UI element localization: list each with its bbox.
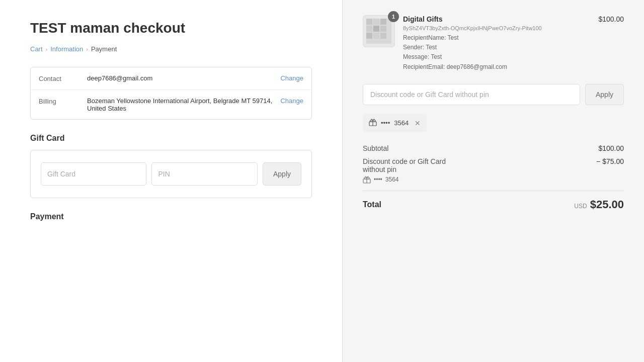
- contact-row: Contact deep7686@gmail.com Change: [31, 67, 311, 90]
- product-name: Digital Gifts: [403, 15, 590, 23]
- product-price: $100.00: [598, 15, 624, 23]
- discount-main-label: Discount code or Gift Card: [363, 157, 446, 165]
- discount-total-row: Discount code or Gift Card without pin •…: [363, 157, 624, 184]
- contact-value: deep7686@gmail.com: [87, 74, 272, 82]
- pin-input[interactable]: [151, 162, 257, 186]
- subtotal-label: Subtotal: [363, 144, 598, 152]
- svg-rect-4: [366, 26, 372, 32]
- product-badge: 1: [388, 11, 399, 22]
- billing-label: Billing: [39, 97, 79, 105]
- gift-card-inputs: Apply: [41, 162, 301, 186]
- product-message: Message: Test: [403, 52, 590, 62]
- gift-card-input[interactable]: [41, 162, 146, 186]
- left-panel: TEST maman checkout Cart › Information ›…: [0, 0, 342, 362]
- contact-label: Contact: [39, 74, 79, 82]
- svg-rect-2: [373, 19, 379, 25]
- svg-rect-5: [373, 26, 379, 32]
- svg-rect-1: [366, 19, 372, 25]
- breadcrumb: Cart › Information › Payment: [30, 45, 312, 53]
- payment-section-title: Payment: [30, 212, 312, 221]
- discount-tag-last4: 3564: [385, 176, 399, 183]
- discount-apply-button[interactable]: Apply: [585, 84, 624, 105]
- product-sku: 8yShZ4VT3byZxth-OQmcKpjxIHNjPweO7voZry-P…: [403, 25, 590, 31]
- svg-rect-7: [366, 33, 372, 39]
- subtotal-row: Subtotal $100.00: [363, 144, 624, 152]
- product-sender: Sender: Test: [403, 43, 590, 52]
- totals: Subtotal $100.00 Discount code or Gift C…: [363, 144, 624, 211]
- billing-change[interactable]: Change: [280, 97, 303, 105]
- page-title: TEST maman checkout: [30, 20, 312, 36]
- gift-card-box: Apply: [30, 150, 312, 198]
- discount-tag-small: •••• 3564: [363, 175, 596, 184]
- discount-input[interactable]: [363, 84, 580, 105]
- billing-value: Bozeman Yellowstone International Airpor…: [87, 97, 272, 112]
- remove-applied-tag-button[interactable]: ✕: [415, 120, 421, 127]
- grand-total-row: Total USD $25.00: [363, 191, 624, 211]
- subtotal-value: $100.00: [598, 144, 624, 152]
- contact-change[interactable]: Change: [280, 74, 303, 82]
- info-card: Contact deep7686@gmail.com Change Billin…: [30, 67, 312, 120]
- grand-total-label: Total: [363, 200, 381, 209]
- breadcrumb-sep-1: ›: [46, 46, 48, 52]
- applied-tag-dots: ••••: [381, 119, 390, 127]
- svg-rect-6: [380, 26, 386, 32]
- billing-row: Billing Bozeman Yellowstone Internationa…: [31, 90, 311, 119]
- breadcrumb-information[interactable]: Information: [50, 45, 83, 53]
- svg-rect-8: [373, 33, 379, 39]
- product-img-wrapper: 1: [363, 15, 395, 47]
- applied-gift-tag: •••• 3564 ✕: [363, 114, 427, 132]
- product-info: Digital Gifts 8yShZ4VT3byZxth-OQmcKpjxIH…: [403, 15, 590, 72]
- breadcrumb-payment: Payment: [91, 45, 117, 53]
- applied-tag-last4: 3564: [394, 119, 409, 127]
- svg-rect-3: [380, 19, 386, 25]
- product-recipient-email: RecipientEmail: deep7686@gmail.com: [403, 62, 590, 72]
- breadcrumb-sep-2: ›: [86, 46, 88, 52]
- product-item: 1 Digital Gifts 8yShZ4VT3byZxth-OQmcKpjx…: [363, 15, 624, 72]
- grand-total-value: USD $25.00: [574, 198, 624, 211]
- right-panel: 1 Digital Gifts 8yShZ4VT3byZxth-OQmcKpjx…: [342, 0, 644, 362]
- gift-tag-icon: [369, 118, 377, 128]
- grand-total-currency: USD: [574, 203, 587, 210]
- product-recipient: RecipientName: Test: [403, 33, 590, 43]
- discount-sub-label: without pin: [363, 165, 596, 173]
- gift-card-apply-button[interactable]: Apply: [263, 162, 301, 186]
- discount-label-block: Discount code or Gift Card without pin •…: [363, 157, 596, 184]
- svg-rect-9: [380, 33, 386, 39]
- gift-card-section-title: Gift Card: [30, 134, 312, 143]
- grand-total-amount: $25.00: [590, 198, 624, 211]
- discount-row: Apply: [363, 84, 624, 105]
- discount-value: − $75.00: [596, 157, 624, 165]
- breadcrumb-cart[interactable]: Cart: [30, 45, 43, 53]
- discount-tag-dots: ••••: [374, 176, 382, 183]
